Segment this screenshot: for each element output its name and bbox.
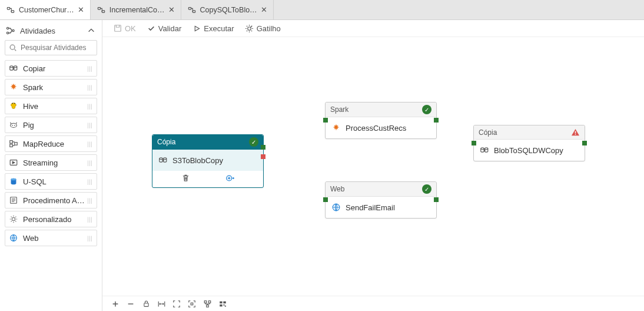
node-name: ProcessCustRecs xyxy=(346,124,406,133)
pipeline-canvas[interactable]: Cópia ✓ S3ToBlobCopy xyxy=(102,40,644,296)
search-input[interactable] xyxy=(21,44,102,52)
activity-copiar[interactable]: Copiar ⫼ xyxy=(5,60,97,77)
node-blobtosqldwcopy[interactable]: Cópia BlobToSQLDWCopy xyxy=(473,125,585,161)
svg-rect-5 xyxy=(192,10,195,12)
svg-rect-1 xyxy=(11,10,14,12)
node-processcustrecs[interactable]: Spark ✓ ProcessCustRecs xyxy=(325,102,437,139)
drag-handle-icon: ⫼ xyxy=(86,177,93,186)
port-in[interactable] xyxy=(323,118,328,123)
node-s3toblobcopy[interactable]: Cópia ✓ S3ToBlobCopy xyxy=(152,134,264,188)
svg-rect-43 xyxy=(220,304,222,306)
tab-label: CopySQLToBlo… xyxy=(200,6,257,14)
activity-label: MapReduce xyxy=(23,140,64,148)
canvas-footer xyxy=(102,296,644,311)
chevron-up-icon[interactable] xyxy=(87,26,96,35)
node-type: Spark xyxy=(330,105,348,114)
status-warn-icon xyxy=(571,128,580,137)
activity-procedimento[interactable]: Procedimento A… ⫼ xyxy=(5,192,97,209)
port-success[interactable] xyxy=(434,197,439,202)
svg-rect-0 xyxy=(7,7,9,9)
activity-hive[interactable]: Hive ⫼ xyxy=(5,98,97,114)
close-icon[interactable]: ✕ xyxy=(168,5,175,14)
tab-strip: CustomerChur… ✕ IncrementalCo… ✕ CopySQL… xyxy=(0,0,644,20)
svg-point-11 xyxy=(14,66,16,68)
flow-icon xyxy=(6,26,15,35)
trigger-button[interactable]: Gatilho xyxy=(245,24,281,33)
activity-label: Copiar xyxy=(23,64,45,73)
close-icon[interactable]: ✕ xyxy=(261,5,267,14)
drag-handle-icon: ⫼ xyxy=(86,139,93,148)
add-output-icon[interactable] xyxy=(225,173,235,183)
zoom-100-icon[interactable] xyxy=(187,299,197,309)
minimap-icon[interactable] xyxy=(218,299,227,309)
node-sendfailemail[interactable]: Web ✓ SendFailEmail xyxy=(325,181,437,219)
node-type: Cópia xyxy=(157,138,175,146)
trigger-icon xyxy=(245,24,254,33)
activity-label: Hive xyxy=(23,102,38,111)
svg-rect-44 xyxy=(223,304,224,305)
validate-button[interactable]: Validar xyxy=(147,24,182,33)
zoom-in-icon[interactable] xyxy=(111,299,120,309)
delete-icon[interactable] xyxy=(181,173,190,183)
activity-streaming[interactable]: Streaming ⫼ xyxy=(5,154,97,171)
spark-icon xyxy=(331,123,341,133)
activities-panel: Atividades Copiar ⫼ xyxy=(0,20,102,311)
play-icon xyxy=(192,24,201,33)
tab-copysqltoblo[interactable]: CopySQLToBlo… ✕ xyxy=(181,0,274,19)
svg-point-8 xyxy=(12,29,14,31)
svg-point-9 xyxy=(10,45,15,49)
activity-usql[interactable]: U-SQL ⫼ xyxy=(5,173,97,190)
activity-spark[interactable]: Spark ⫼ xyxy=(5,79,97,95)
panel-title: Atividades xyxy=(20,27,55,35)
node-type: Web xyxy=(330,185,344,193)
port-success[interactable] xyxy=(434,118,439,123)
svg-point-24 xyxy=(12,217,15,220)
port-success[interactable] xyxy=(582,141,587,145)
node-name: SendFailEmail xyxy=(346,203,395,212)
port-success[interactable] xyxy=(261,145,265,150)
activity-label: Web xyxy=(23,234,39,243)
tab-label: IncrementalCo… xyxy=(109,6,165,14)
drag-handle-icon: ⫼ xyxy=(86,82,93,92)
port-in[interactable] xyxy=(472,141,476,145)
svg-point-13 xyxy=(14,103,15,104)
activity-label: Pig xyxy=(23,121,34,130)
svg-point-34 xyxy=(481,148,484,150)
port-in[interactable] xyxy=(323,197,328,202)
validate-label: Validar xyxy=(158,24,182,33)
save-icon xyxy=(113,24,122,33)
svg-rect-18 xyxy=(10,144,12,147)
svg-rect-41 xyxy=(220,301,222,303)
activity-pig[interactable]: Pig ⫼ xyxy=(5,117,97,133)
run-button[interactable]: Executar xyxy=(192,24,234,33)
close-icon[interactable]: ✕ xyxy=(78,5,84,14)
activity-label: Streaming xyxy=(23,158,58,167)
connectors xyxy=(102,40,279,128)
activity-mapreduce[interactable]: MapReduce ⫼ xyxy=(5,135,97,152)
fit-width-icon[interactable] xyxy=(157,299,166,309)
svg-point-14 xyxy=(11,123,17,127)
search-input-wrap[interactable] xyxy=(5,40,97,55)
activity-label: Spark xyxy=(23,83,43,92)
svg-rect-42 xyxy=(223,301,225,303)
activity-web[interactable]: Web ⫼ xyxy=(5,230,97,246)
tab-customer-churn[interactable]: CustomerChur… ✕ xyxy=(0,0,91,19)
drag-handle-icon: ⫼ xyxy=(86,196,93,205)
svg-point-12 xyxy=(12,103,13,104)
auto-layout-icon[interactable] xyxy=(203,299,212,309)
activity-label: Personalizado xyxy=(23,215,71,224)
svg-rect-36 xyxy=(144,303,148,307)
copy-icon xyxy=(158,156,168,165)
zoom-out-icon[interactable] xyxy=(126,299,135,309)
lock-icon[interactable] xyxy=(141,299,151,309)
svg-rect-37 xyxy=(191,303,193,305)
ok-label: OK xyxy=(125,24,136,33)
activity-personalizado[interactable]: Personalizado ⫼ xyxy=(5,211,97,227)
svg-rect-39 xyxy=(208,300,211,303)
tab-label: CustomerChur… xyxy=(19,6,74,14)
svg-point-7 xyxy=(6,32,8,34)
port-failure[interactable] xyxy=(261,154,265,159)
fit-screen-icon[interactable] xyxy=(172,299,181,309)
svg-point-10 xyxy=(10,66,13,68)
tab-incremental-co[interactable]: IncrementalCo… ✕ xyxy=(91,0,181,19)
